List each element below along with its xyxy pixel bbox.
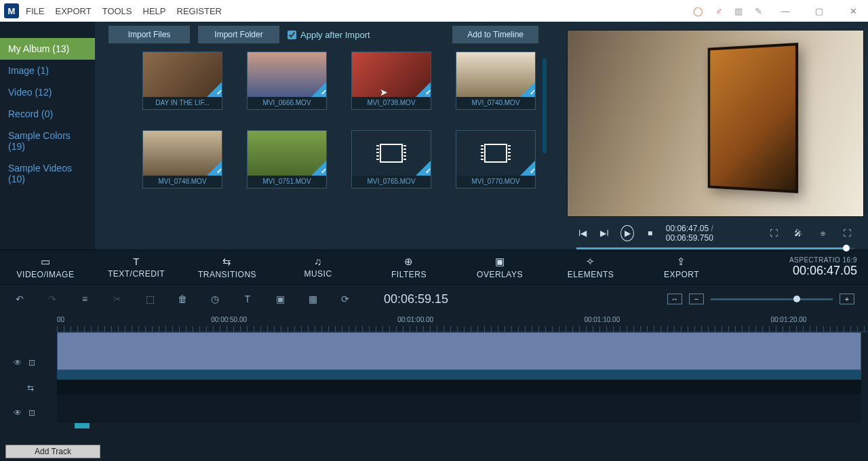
fullscreen-icon[interactable]: ⛶: [840, 226, 854, 241]
edit-toolbar: ↶ ↷ ≡ ✂ ⬚ 🗑 ◷ T ▣ ▦ ⟳ 00:06:59.15 ↔ − +: [0, 285, 868, 313]
menu-help[interactable]: HELP: [143, 6, 166, 16]
modetab-label: OVERLAYS: [477, 270, 523, 279]
delete-icon[interactable]: 🗑: [176, 294, 189, 304]
media-item-3[interactable]: MVI_0740.MOV: [456, 52, 536, 110]
window-close[interactable]: ✕: [842, 6, 864, 16]
small-clip[interactable]: [75, 423, 90, 428]
list-icon[interactable]: ≡: [79, 294, 91, 304]
ruler-mark: 00:01:20.00: [770, 316, 806, 323]
sidebar-item-record[interactable]: Record (0): [0, 103, 95, 125]
modetab-label: TEXT/CREDIT: [108, 269, 165, 279]
modetab-filters[interactable]: ⊕FILTERS: [363, 250, 454, 284]
overlay-track[interactable]: [57, 423, 861, 431]
app-logo: M: [4, 3, 19, 18]
media-item-1[interactable]: MVI_0666.MOV: [247, 52, 327, 110]
media-item-6[interactable]: MVI_0765.MOV: [351, 130, 431, 188]
import-files-button[interactable]: Import Files: [108, 26, 190, 43]
track-head-visibility-1[interactable]: 👁 ⊡: [0, 353, 57, 373]
text-icon[interactable]: T: [241, 294, 254, 304]
track-head-transition[interactable]: ⇆: [0, 381, 57, 395]
media-item-2[interactable]: MVI_0738.MOV: [351, 52, 431, 110]
thumbnail-image: [456, 52, 535, 97]
modetab-music[interactable]: ♫MUSIC: [273, 250, 363, 284]
apply-after-import-input[interactable]: [288, 31, 296, 39]
thumbnail-image: [248, 52, 326, 97]
video-track-2[interactable]: [57, 395, 861, 423]
timeline-ruler[interactable]: 0000:00:50.0000:01:00.0000:01:10.0000:01…: [57, 313, 868, 332]
menu-register[interactable]: REGISTER: [177, 6, 222, 16]
media-item-5[interactable]: MVI_0751.MOV: [247, 130, 327, 188]
import-folder-button[interactable]: Import Folder: [198, 26, 279, 43]
transition-track[interactable]: [57, 380, 861, 395]
media-label: MVI_0738.MOV: [352, 97, 431, 109]
seek-handle[interactable]: [843, 245, 850, 252]
menu-file[interactable]: FILE: [26, 6, 44, 16]
modetab-overlays[interactable]: ▣OVERLAYS: [454, 250, 545, 284]
split-icon[interactable]: ⬚: [144, 294, 156, 304]
modetab-export[interactable]: ⇪EXPORT: [636, 250, 727, 284]
modetab-label: ELEMENTS: [568, 270, 614, 279]
media-scrollbar[interactable]: [542, 58, 547, 153]
audio-clip[interactable]: [57, 370, 861, 380]
add-track-button[interactable]: Add Track: [5, 445, 100, 458]
fit-icon[interactable]: ↔: [667, 294, 682, 304]
apply-after-import-checkbox[interactable]: Apply after Import: [288, 30, 370, 40]
modetab-label: FILTERS: [391, 270, 427, 279]
timeline-time: 00:06:59.15: [384, 292, 448, 306]
cut-icon[interactable]: ✂: [111, 294, 123, 304]
video-clip[interactable]: [57, 332, 861, 370]
modetab-transitions[interactable]: ⇆TRANSITIONS: [182, 250, 273, 284]
next-button[interactable]: ▶I: [598, 226, 610, 241]
preview-canvas[interactable]: [567, 30, 864, 217]
modetab-label: VIDEO/IMAGE: [17, 270, 75, 279]
speed-icon[interactable]: ◷: [209, 294, 221, 304]
window-minimize[interactable]: —: [774, 6, 796, 16]
menubar: M FILE EXPORT TOOLS HELP REGISTER ◯ ♂ ▥ …: [0, 0, 868, 22]
modetab-videoimage[interactable]: ▭VIDEO/IMAGE: [0, 250, 91, 284]
zoom-in-icon[interactable]: +: [840, 294, 854, 304]
modetab-icon: ♫: [314, 256, 322, 267]
menu-export[interactable]: EXPORT: [55, 6, 91, 16]
media-item-4[interactable]: MVI_0748.MOV: [142, 130, 222, 188]
seek-bar[interactable]: [576, 247, 854, 249]
zoom-out-icon[interactable]: −: [689, 294, 704, 304]
header-icon-edit[interactable]: ✎: [755, 6, 762, 16]
mic-icon[interactable]: 🎤︎: [791, 226, 806, 241]
zoom-slider[interactable]: [711, 298, 833, 300]
prev-button[interactable]: I◀: [576, 226, 589, 241]
sidebar-item-samplecolors[interactable]: Sample Colors (19): [0, 125, 95, 157]
sidebar-item-myalbum[interactable]: My Album (13): [0, 38, 95, 60]
media-label: MVI_0740.MOV: [456, 97, 535, 109]
media-item-0[interactable]: DAY IN THE LIF...: [142, 52, 222, 110]
zoom-handle[interactable]: [793, 296, 800, 302]
modetab-textcredit[interactable]: TTEXT/CREDIT: [91, 250, 182, 284]
sidebar-item-samplevideos[interactable]: Sample Videos (10): [0, 157, 95, 190]
sidebar-item-video[interactable]: Video (12): [0, 81, 95, 103]
media-item-7[interactable]: MVI_0770.MOV: [456, 130, 536, 188]
track-head-visibility-2[interactable]: 👁 ⊡: [0, 403, 57, 423]
time-display: 00:06:47.05 / 00:06:59.750: [666, 224, 747, 243]
thumbnail-image: [143, 52, 222, 97]
modetab-elements[interactable]: ✧ELEMENTS: [545, 250, 636, 284]
stop-button[interactable]: ■: [644, 226, 656, 241]
video-track-1[interactable]: [57, 332, 861, 380]
timeline: 0000:00:50.0000:01:00.0000:01:10.0000:01…: [0, 313, 868, 461]
thumbnail-image: [248, 131, 326, 176]
mosaic-icon[interactable]: ▦: [307, 294, 319, 304]
header-icon-1[interactable]: ◯: [693, 6, 703, 16]
camera-icon[interactable]: ⍟: [815, 226, 830, 241]
crop-icon[interactable]: ▣: [274, 294, 286, 304]
modetab-icon: ✧: [586, 256, 595, 268]
window-maximize[interactable]: ▢: [808, 6, 830, 16]
sidebar-item-image[interactable]: Image (1): [0, 60, 95, 81]
header-icon-2[interactable]: ♂: [715, 6, 722, 16]
ruler-mark: 00:00:50.00: [211, 316, 247, 323]
header-icon-layout[interactable]: ▥: [734, 6, 743, 16]
menu-tools[interactable]: TOOLS: [102, 6, 132, 16]
aspect-ratio-label: ASPECTRATIO 16:9: [789, 256, 857, 264]
snapshot-range-icon[interactable]: ⛶: [766, 226, 781, 241]
rotate-icon[interactable]: ⟳: [339, 294, 351, 304]
play-button[interactable]: ▶: [620, 225, 634, 241]
add-to-timeline-button[interactable]: Add to Timeline: [452, 26, 538, 43]
undo-icon[interactable]: ↶: [14, 294, 26, 304]
